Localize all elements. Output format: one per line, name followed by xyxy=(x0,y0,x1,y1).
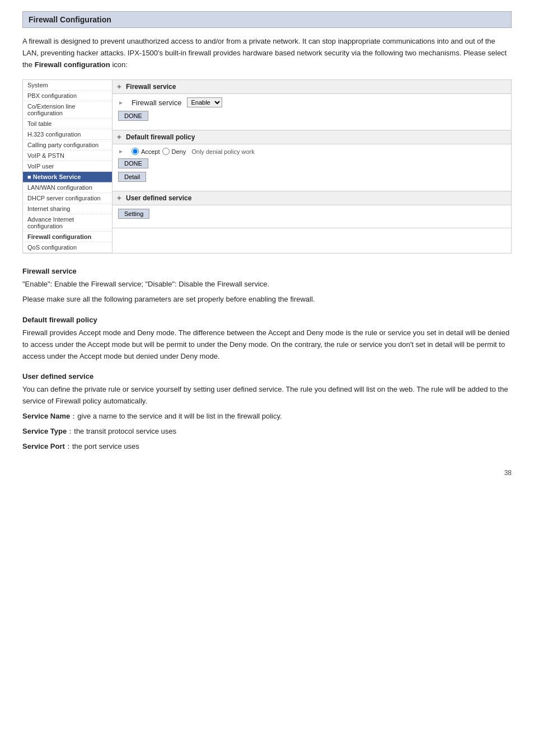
default-policy-detail-button[interactable]: Detail xyxy=(118,172,146,182)
firewall-service-row: ► Firewall service Enable Disable xyxy=(118,97,505,107)
deny-radio[interactable] xyxy=(162,148,170,155)
user-defined-header: ✦ User defined service xyxy=(113,191,511,205)
sidebar-item-h323[interactable]: H.323 configuration xyxy=(23,129,112,140)
star-icon-1: ✦ xyxy=(116,82,123,91)
firewall-service-header: ✦ Firewall service xyxy=(113,80,511,94)
service-type-item: Service Type：the transit protocol servic… xyxy=(22,426,512,438)
sidebar-item-toil[interactable]: Toil table xyxy=(23,119,112,129)
star-icon-3: ✦ xyxy=(116,194,123,203)
default-policy-detail-row: Detail xyxy=(118,172,505,182)
config-panels: ✦ Firewall service ► Firewall service En… xyxy=(113,80,511,253)
service-port-bold: Service Port xyxy=(22,442,65,450)
arrow-icon-1: ► xyxy=(118,100,124,106)
sidebar-item-voip-pstn[interactable]: VoIP & PSTN xyxy=(23,151,112,161)
firewall-service-section-heading: Firewall service xyxy=(22,267,512,275)
firewall-service-para2: Please make sure all the following param… xyxy=(22,294,512,306)
firewall-service-para1: "Enable": Enable the Firewall service; "… xyxy=(22,279,512,290)
only-denial-note: Only denial policy work xyxy=(191,148,255,155)
firewall-service-select[interactable]: Enable Disable xyxy=(187,97,222,107)
intro-paragraph: A firewall is designed to prevent unauth… xyxy=(22,36,512,71)
accept-label: Accept xyxy=(141,148,160,155)
sidebar-item-dhcp[interactable]: DHCP server configuration xyxy=(23,193,112,204)
firewall-service-label: Firewall service xyxy=(132,98,182,107)
default-policy-title: Default firewall policy xyxy=(126,133,195,141)
user-defined-body: Setting xyxy=(113,205,511,228)
deny-label: Deny xyxy=(172,148,186,155)
sidebar-item-lan-wan[interactable]: LAN/WAN configuration xyxy=(23,182,112,193)
default-policy-radio-row: ► Accept Deny Only denial policy work xyxy=(118,148,505,155)
firewall-service-done-row: DONE xyxy=(118,111,505,121)
default-policy-para1: Firewall provides Accept mode and Deny m… xyxy=(22,327,512,362)
sidebar-item-qos[interactable]: QoS configuration xyxy=(23,242,112,253)
sidebar-item-internet-sharing[interactable]: Internet sharing xyxy=(23,204,112,214)
sidebar-item-calling[interactable]: Calling party configuration xyxy=(23,140,112,151)
arrow-icon-2: ► xyxy=(118,148,124,154)
star-icon-2: ✦ xyxy=(116,133,123,142)
default-policy-section-heading: Default firewall policy xyxy=(22,316,512,324)
sidebar-item-voip-user[interactable]: VoIP user xyxy=(23,161,112,172)
sidebar-item-advance-internet[interactable]: Advance Internet configuration xyxy=(23,214,112,232)
sidebar-nav: System PBX configuration Co/Extension li… xyxy=(23,80,113,253)
service-port-item: Service Port：the port service uses xyxy=(22,441,512,453)
sidebar-item-firewall-config[interactable]: Firewall configuration xyxy=(23,232,112,242)
firewall-service-done-button[interactable]: DONE xyxy=(118,111,148,121)
sidebar-item-pbx[interactable]: PBX configuration xyxy=(23,91,112,101)
user-defined-setting-button[interactable]: Setting xyxy=(118,209,149,219)
user-defined-section-heading: User defined service xyxy=(22,372,512,381)
default-policy-panel: ✦ Default firewall policy ► Accept Deny … xyxy=(113,130,511,191)
service-type-bold: Service Type xyxy=(22,427,67,435)
user-defined-para1: You can define the private rule or servi… xyxy=(22,384,512,407)
page-number: 38 xyxy=(22,469,512,477)
user-defined-setting-row: Setting xyxy=(118,209,505,219)
accept-radio[interactable] xyxy=(132,148,139,155)
firewall-service-panel: ✦ Firewall service ► Firewall service En… xyxy=(113,80,511,130)
firewall-service-body: ► Firewall service Enable Disable DONE xyxy=(113,94,511,130)
sidebar-item-co-ext[interactable]: Co/Extension line configuration xyxy=(23,101,112,119)
sidebar-item-system[interactable]: System xyxy=(23,80,112,91)
policy-radio-group: Accept Deny xyxy=(132,148,186,155)
service-name-bold: Service Name xyxy=(22,412,70,420)
sidebar-item-network-service[interactable]: ■ Network Service xyxy=(23,172,112,182)
screenshot-area: System PBX configuration Co/Extension li… xyxy=(22,79,512,253)
service-name-item: Service Name：give a name to the service … xyxy=(22,411,512,422)
user-defined-title: User defined service xyxy=(126,194,191,202)
page-title: Firewall Configuration xyxy=(22,11,512,28)
default-policy-body: ► Accept Deny Only denial policy work DO… xyxy=(113,144,511,191)
default-policy-header: ✦ Default firewall policy xyxy=(113,130,511,144)
user-defined-panel: ✦ User defined service Setting xyxy=(113,191,511,228)
firewall-service-title: Firewall service xyxy=(126,83,176,91)
default-policy-buttons-row: DONE xyxy=(118,158,505,168)
default-policy-done-button[interactable]: DONE xyxy=(118,158,148,168)
